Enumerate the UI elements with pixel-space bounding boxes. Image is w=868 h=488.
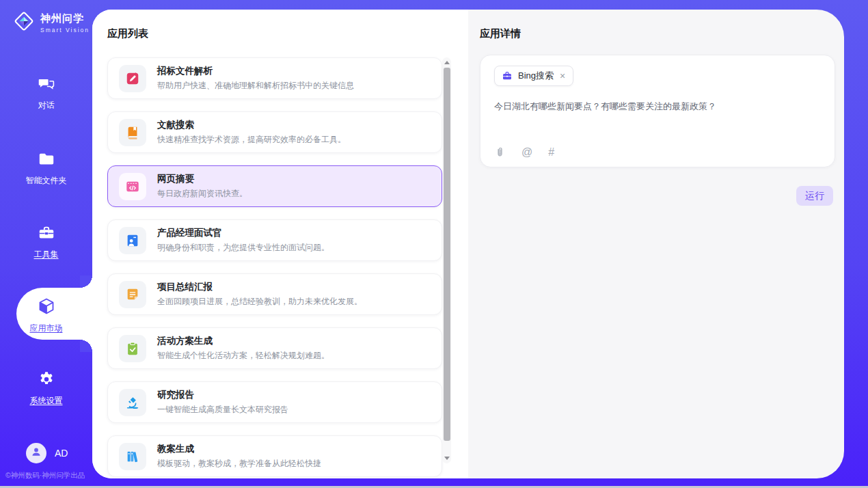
app-card[interactable]: 网页摘要 每日政府新闻资讯快查。 <box>107 165 442 207</box>
query-text[interactable]: 今日湖北有哪些新闻要点？有哪些需要关注的最新政策？ <box>494 100 821 113</box>
tool-tag-label: Bing搜索 <box>518 70 554 82</box>
app-card-title: 产品经理面试官 <box>157 227 329 239</box>
app-card-description: 快速精准查找学术资源，提高研究效率的必备工具。 <box>157 134 346 146</box>
app-card[interactable]: 文献搜索 快速精准查找学术资源，提高研究效率的必备工具。 <box>107 111 442 153</box>
person-icon <box>30 446 42 461</box>
app-card[interactable]: 项目总结汇报 全面回顾项目进展，总结经验教训，助力未来优化发展。 <box>107 273 442 315</box>
copyright-text: ©神州数码·神州问学出品 <box>5 471 85 480</box>
user-account[interactable]: AD <box>26 443 68 463</box>
sidebar-item-settings[interactable]: 系统设置 <box>0 370 92 407</box>
brand-logo: 神州问学 Smart Vision <box>12 10 90 36</box>
app-card-description: 全面回顾项目进展，总结经验教训，助力未来优化发展。 <box>157 296 362 308</box>
plan-check-icon <box>119 335 146 362</box>
scroll-down-icon[interactable] <box>442 454 451 463</box>
tool-tag-bing[interactable]: Bing搜索 × <box>494 66 573 86</box>
sidebar-item-label: 系统设置 <box>30 395 63 407</box>
avatar <box>26 443 46 463</box>
gear-icon <box>38 370 55 391</box>
app-card-title: 活动方案生成 <box>157 335 329 347</box>
chat-icon <box>38 75 55 96</box>
query-card: Bing搜索 × 今日湖北有哪些新闻要点？有哪些需要关注的最新政策？ @# <box>480 55 835 167</box>
app-list: 招标文件解析 帮助用户快速、准确地理解和解析招标书中的关键信息 文献搜索 快速精… <box>107 57 442 478</box>
app-card-description: 帮助用户快速、准确地理解和解析招标书中的关键信息 <box>157 80 354 92</box>
app-card[interactable]: 产品经理面试官 明确身份和职责，为您提供专业性的面试问题。 <box>107 219 442 261</box>
folder-icon <box>38 150 55 171</box>
sidebar: 神州问学 Smart Vision 对话 智能文件夹 工具集 应用市场 系统设置… <box>0 0 92 488</box>
app-detail-title: 应用详情 <box>480 27 521 40</box>
close-icon[interactable]: × <box>559 71 566 81</box>
user-initials: AD <box>55 448 68 459</box>
book-icon <box>119 119 146 146</box>
app-card[interactable]: 招标文件解析 帮助用户快速、准确地理解和解析招标书中的关键信息 <box>107 57 442 99</box>
sidebar-item-label: 工具集 <box>34 249 59 260</box>
brand-name: 神州问学 <box>40 12 90 25</box>
input-toolbar: @# <box>494 146 554 158</box>
interview-icon <box>119 227 146 254</box>
books-icon <box>119 443 146 470</box>
app-card-description: 明确身份和职责，为您提供专业性的面试问题。 <box>157 242 329 254</box>
app-list-panel: 应用列表 招标文件解析 帮助用户快速、准确地理解和解析招标书中的关键信息 文献搜… <box>92 10 468 478</box>
edit-doc-icon <box>119 65 146 92</box>
brand-subtitle: Smart Vision <box>40 27 90 33</box>
app-card-title: 文献搜索 <box>157 119 346 131</box>
sidebar-item-label: 智能文件夹 <box>26 175 67 187</box>
briefcase-icon <box>502 70 513 81</box>
content-area: 应用列表 招标文件解析 帮助用户快速、准确地理解和解析招标书中的关键信息 文献搜… <box>92 10 844 478</box>
app-card-title: 网页摘要 <box>157 173 247 185</box>
toolbox-icon <box>38 224 55 245</box>
mention-icon[interactable]: @ <box>521 147 532 158</box>
sidebar-item-label: 应用市场 <box>30 323 63 334</box>
report-icon <box>119 281 146 308</box>
app-card-title: 教案生成 <box>157 443 321 455</box>
scrollbar-thumb[interactable] <box>444 68 450 441</box>
scroll-up-icon[interactable] <box>442 58 451 67</box>
microscope-icon <box>119 389 146 416</box>
app-list-title: 应用列表 <box>107 27 148 40</box>
sidebar-item-tools[interactable]: 工具集 <box>0 224 92 260</box>
hash-icon[interactable]: # <box>548 147 554 158</box>
app-card-title: 招标文件解析 <box>157 65 354 77</box>
app-card-title: 研究报告 <box>157 389 288 401</box>
app-card[interactable]: 研究报告 一键智能生成高质量长文本研究报告 <box>107 381 442 423</box>
sidebar-item-chat[interactable]: 对话 <box>0 75 92 111</box>
browser-icon <box>119 173 146 200</box>
cube-icon <box>37 297 56 318</box>
app-card-title: 项目总结汇报 <box>157 281 362 293</box>
scrollbar[interactable] <box>442 57 451 463</box>
app-card-description: 模板驱动，教案秒成，教学准备从此轻松快捷 <box>157 458 321 470</box>
app-card-description: 每日政府新闻资讯快查。 <box>157 188 247 200</box>
app-detail-panel: 应用详情 Bing搜索 × 今日湖北有哪些新闻要点？有哪些需要关注的最新政策？ … <box>468 10 844 478</box>
sidebar-item-market[interactable]: 应用市场 <box>0 297 92 334</box>
app-card-description: 智能生成个性化活动方案，轻松解决规划难题。 <box>157 350 329 362</box>
sidebar-item-folders[interactable]: 智能文件夹 <box>0 150 92 187</box>
gem-logo-icon <box>12 10 36 36</box>
run-button[interactable]: 运行 <box>796 186 833 206</box>
app-card[interactable]: 活动方案生成 智能生成个性化活动方案，轻松解决规划难题。 <box>107 327 442 369</box>
app-card-description: 一键智能生成高质量长文本研究报告 <box>157 404 288 416</box>
sidebar-item-label: 对话 <box>38 100 55 111</box>
app-card[interactable]: 教案生成 模板驱动，教案秒成，教学准备从此轻松快捷 <box>107 435 442 477</box>
paperclip-icon[interactable] <box>494 146 506 158</box>
